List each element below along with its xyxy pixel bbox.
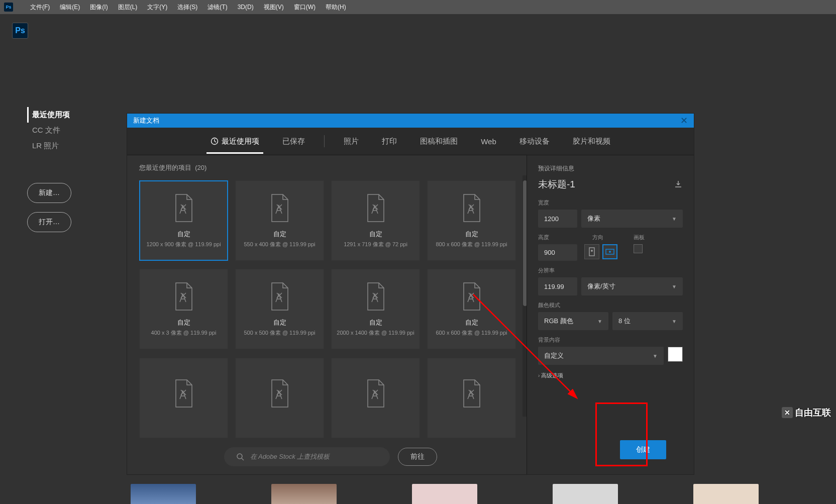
menubar: Ps 文件(F) 编辑(E) 图像(I) 图层(L) 文字(Y) 选择(S) 滤… (0, 0, 836, 14)
sidebar-item-lr-photos[interactable]: LR 照片 (27, 138, 97, 154)
width-label: 宽度 (538, 199, 683, 207)
tab-saved[interactable]: 已保存 (278, 129, 309, 154)
preset-card[interactable] (235, 358, 324, 438)
card-title: 自定 (177, 318, 190, 327)
document-icon (268, 193, 292, 223)
document-icon (172, 193, 196, 223)
stock-search-input[interactable]: 在 Adobe Stock 上查找模板 (224, 447, 390, 466)
sidebar-item-cc-files[interactable]: CC 文件 (27, 123, 97, 138)
dialog-tabs: 最近使用项 已保存 照片 打印 图稿和插图 Web 移动设备 胶片和视频 (127, 128, 694, 155)
card-title: 自定 (177, 230, 190, 239)
tab-film[interactable]: 胶片和视频 (569, 129, 614, 154)
menu-view[interactable]: 视图(V) (259, 3, 289, 12)
chevron-down-icon: ▼ (672, 319, 677, 324)
thumb[interactable] (693, 484, 759, 504)
open-button[interactable]: 打开… (27, 212, 71, 232)
dialog-titlebar[interactable]: 新建文档 ✕ (127, 114, 694, 128)
color-mode-label: 颜色模式 (538, 301, 683, 309)
chevron-down-icon: ▼ (672, 284, 677, 289)
background-color-swatch[interactable] (668, 347, 683, 362)
tab-web[interactable]: Web (477, 130, 500, 153)
svg-point-6 (609, 251, 611, 253)
preset-card[interactable]: 自定 2000 x 1400 像素 @ 119.99 ppi (331, 269, 420, 349)
width-input[interactable] (538, 210, 577, 228)
tab-illustration[interactable]: 图稿和插图 (416, 129, 462, 154)
detail-panel: 预设详细信息 未标题-1 宽度 像素▼ 高度 (527, 155, 694, 474)
card-subtitle: 500 x 500 像素 @ 119.99 ppi (244, 329, 315, 337)
menu-edit[interactable]: 编辑(E) (55, 3, 85, 12)
resolution-label: 分辨率 (538, 267, 683, 274)
menu-3d[interactable]: 3D(D) (233, 4, 259, 11)
menu-type[interactable]: 文字(Y) (142, 3, 172, 12)
new-button[interactable]: 新建… (27, 183, 71, 203)
document-icon (364, 282, 388, 311)
tab-mobile[interactable]: 移动设备 (515, 129, 554, 154)
preset-panel: 您最近使用的项目 (20) 自定 1200 x 900 像素 @ 119.99 … (127, 155, 527, 474)
preset-card[interactable]: 自定 500 x 500 像素 @ 119.99 ppi (235, 269, 324, 349)
document-name[interactable]: 未标题-1 (538, 178, 683, 191)
card-title: 自定 (465, 230, 478, 239)
toolbar: Ps (0, 14, 836, 47)
preset-card[interactable]: 自定 1291 x 719 像素 @ 72 ppi (331, 180, 420, 261)
menu-file[interactable]: 文件(F) (25, 3, 55, 12)
chevron-down-icon: ▼ (672, 216, 677, 222)
tab-recent[interactable]: 最近使用项 (206, 129, 263, 154)
thumb[interactable] (553, 484, 618, 504)
preset-card[interactable]: 自定 400 x 3 像素 @ 119.99 ppi (139, 269, 228, 349)
height-input[interactable] (538, 244, 577, 261)
search-icon (236, 453, 244, 461)
preset-card[interactable] (139, 358, 228, 438)
chevron-down-icon: ▼ (597, 319, 602, 324)
tab-photo[interactable]: 照片 (340, 129, 363, 154)
thumb[interactable] (271, 484, 337, 504)
orientation-portrait-button[interactable] (584, 244, 599, 259)
resolution-unit-select[interactable]: 像素/英寸▼ (581, 277, 683, 295)
create-button[interactable]: 创建 (620, 440, 666, 459)
menu-image[interactable]: 图像(I) (85, 3, 113, 12)
search-go-button[interactable]: 前往 (398, 448, 437, 466)
card-subtitle: 2000 x 1400 像素 @ 119.99 ppi (337, 329, 414, 337)
resolution-input[interactable] (538, 277, 577, 295)
preset-card[interactable] (331, 358, 420, 438)
document-icon (364, 379, 388, 408)
tab-print[interactable]: 打印 (378, 129, 401, 154)
menu-select[interactable]: 选择(S) (172, 3, 202, 12)
app-logo-small: Ps (4, 3, 13, 12)
bit-depth-select[interactable]: 8 位▼ (612, 312, 683, 330)
preset-card[interactable]: 自定 550 x 400 像素 @ 119.99 ppi (235, 180, 324, 261)
download-preset-icon[interactable] (674, 180, 683, 189)
document-icon (172, 379, 196, 408)
menu-window[interactable]: 窗口(W) (289, 3, 321, 12)
artboard-checkbox[interactable] (634, 244, 643, 253)
width-unit-select[interactable]: 像素▼ (581, 210, 683, 228)
orientation-label: 方向 (592, 234, 603, 241)
thumb[interactable] (131, 484, 196, 504)
preset-grid: 自定 1200 x 900 像素 @ 119.99 ppi 自定 550 x 4… (139, 180, 521, 439)
watermark: ✕ 自由互联 (782, 407, 831, 419)
preset-card[interactable]: 自定 1200 x 900 像素 @ 119.99 ppi (139, 180, 228, 261)
menu-filter[interactable]: 滤镜(T) (202, 3, 232, 12)
dialog-title-text: 新建文档 (133, 116, 159, 125)
card-title: 自定 (369, 230, 382, 239)
background-select[interactable]: 自定义▼ (538, 347, 664, 365)
home-sidebar: 最近使用项 CC 文件 LR 照片 新建… 打开… (27, 107, 97, 232)
app-logo: Ps (12, 23, 28, 39)
detail-heading: 预设详细信息 (538, 164, 683, 173)
card-title: 自定 (273, 230, 286, 239)
preset-card[interactable]: 自定 600 x 600 像素 @ 119.99 ppi (427, 269, 516, 349)
document-icon (460, 193, 484, 223)
color-mode-select[interactable]: RGB 颜色▼ (538, 312, 608, 330)
advanced-options-toggle[interactable]: › 高级选项 (538, 372, 683, 379)
preset-card[interactable]: 自定 800 x 600 像素 @ 119.99 ppi (427, 180, 516, 261)
thumb[interactable] (412, 484, 477, 504)
card-subtitle: 550 x 400 像素 @ 119.99 ppi (244, 241, 315, 248)
document-icon (460, 379, 484, 408)
menu-layer[interactable]: 图层(L) (113, 3, 143, 12)
menu-help[interactable]: 帮助(H) (321, 3, 351, 12)
card-subtitle: 1200 x 900 像素 @ 119.99 ppi (146, 241, 221, 248)
artboard-label: 画板 (634, 234, 645, 241)
preset-card[interactable] (427, 358, 516, 438)
orientation-landscape-button[interactable] (602, 244, 617, 259)
sidebar-item-recent[interactable]: 最近使用项 (27, 107, 97, 123)
close-icon[interactable]: ✕ (680, 115, 688, 126)
